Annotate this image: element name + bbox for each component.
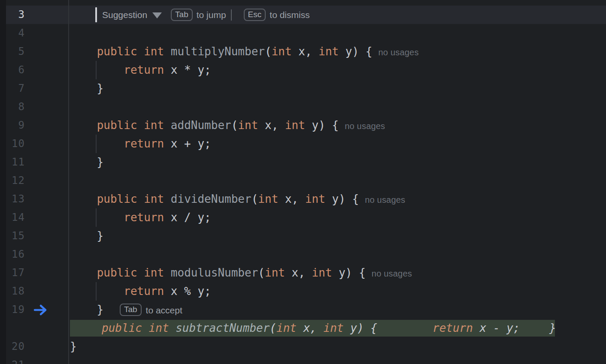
editor-code-area[interactable]: 3 Suggestion Tab to jump Esc to dismiss …: [0, 0, 606, 364]
code-line[interactable]: return x * y;: [69, 61, 606, 79]
code-token: [142, 322, 149, 334]
suggestion-bar: Suggestion Tab to jump Esc to dismiss: [69, 6, 606, 24]
editor-line-row[interactable]: 5 public int multiplyNumber(int x, int y…: [0, 42, 606, 61]
editor-line-row[interactable]: 14 return x / y;: [0, 208, 606, 227]
editor-line-row[interactable]: 7 }: [0, 79, 606, 98]
inline-suggestion-cell[interactable]: public int subtractNumber(int x, int y) …: [69, 319, 606, 337]
gutter-cell[interactable]: 15: [0, 227, 69, 245]
suggestion-label: Suggestion: [102, 10, 147, 20]
editor-line-row[interactable]: 20}: [0, 337, 606, 356]
editor-line-row[interactable]: 11 }: [0, 153, 606, 171]
code-token: [70, 193, 97, 205]
code-token: }: [70, 340, 77, 353]
code-token: [137, 119, 144, 132]
code-line[interactable]: [69, 356, 606, 364]
gutter-cell[interactable]: 20: [0, 337, 69, 356]
gutter-cell[interactable]: 8: [0, 98, 69, 116]
code-token: [164, 119, 171, 132]
gutter-cell[interactable]: 12: [0, 171, 69, 190]
editor-line-row[interactable]: 18 return x % y;: [0, 282, 606, 301]
usages-inlay-hint[interactable]: no usages: [365, 195, 405, 205]
usages-inlay-hint[interactable]: no usages: [378, 48, 418, 57]
code-token: addNumber: [171, 119, 231, 132]
accept-action-label: to accept: [146, 305, 182, 315]
gutter-cell[interactable]: 13: [0, 190, 69, 208]
code-token: public: [102, 322, 142, 334]
suggestion-code-segment: return x - y;: [433, 320, 520, 337]
code-line[interactable]: public int multiplyNumber(int x, int y) …: [69, 42, 606, 61]
editor-line-row[interactable]: 9 public int addNumber(int x, int y) {no…: [0, 116, 606, 135]
gutter-cell[interactable]: 18: [0, 282, 69, 301]
gutter-cell[interactable]: 4: [0, 24, 69, 42]
code-token: }: [70, 229, 103, 242]
code-token: return: [124, 137, 164, 150]
gutter-cell[interactable]: 16: [0, 245, 69, 264]
indent-guide: [96, 208, 97, 227]
dropdown-triangle-icon: [152, 12, 162, 18]
code-token: [70, 63, 124, 76]
code-token: multiplyNumber: [171, 45, 265, 58]
editor-line-row[interactable]: 21: [0, 356, 606, 364]
code-token: x,: [292, 45, 319, 58]
code-line[interactable]: return x + y;: [69, 135, 606, 153]
tab-key-badge: Tab: [120, 304, 142, 316]
editor-line-row[interactable]: 10 return x + y;: [0, 135, 606, 153]
inline-suggestion-preview[interactable]: public int subtractNumber(int x, int y) …: [70, 320, 555, 337]
code-line[interactable]: [69, 171, 606, 190]
suggestion-dropdown[interactable]: Suggestion: [102, 10, 162, 20]
editor-line-row[interactable]: 16: [0, 245, 606, 264]
code-token: [164, 266, 171, 279]
code-line[interactable]: }: [69, 227, 606, 245]
gutter-cell[interactable]: 7: [0, 79, 69, 98]
editor-line-row[interactable]: 15 }: [0, 227, 606, 245]
code-token: int: [149, 322, 169, 334]
gutter-cell[interactable]: 9: [0, 116, 69, 135]
code-token: x,: [285, 266, 312, 279]
code-token: return: [433, 322, 473, 334]
code-line[interactable]: }: [69, 79, 606, 98]
gutter-cell[interactable]: 10: [0, 135, 69, 153]
gutter-cell[interactable]: 6: [0, 61, 69, 79]
code-line[interactable]: [69, 24, 606, 42]
gutter-cell[interactable]: 19: [0, 301, 69, 319]
code-line[interactable]: public int addNumber(int x, int y) {no u…: [69, 116, 606, 135]
code-line[interactable]: }: [69, 337, 606, 356]
esc-action-label: to dismiss: [270, 6, 309, 24]
editor-line-row[interactable]: 19 } Tabto accept: [0, 301, 606, 319]
gutter-cell[interactable]: 11: [0, 153, 69, 171]
code-token: [70, 137, 124, 150]
editor-line-row[interactable]: 12: [0, 171, 606, 190]
editor-line-row[interactable]: 13 public int divideNumber(int x, int y)…: [0, 190, 606, 208]
usages-inlay-hint[interactable]: no usages: [372, 269, 412, 278]
code-token: int: [312, 266, 332, 279]
editor-line-row[interactable]: 4: [0, 24, 606, 42]
code-line[interactable]: return x % y;: [69, 282, 606, 301]
code-line[interactable]: } Tabto accept: [69, 301, 606, 319]
code-token: x + y;: [164, 137, 211, 150]
gutter-cell[interactable]: 3: [0, 6, 69, 24]
gutter-cell[interactable]: 21: [0, 356, 69, 364]
code-line[interactable]: public int divideNumber(int x, int y) {n…: [69, 190, 606, 208]
gutter-cell[interactable]: 14: [0, 208, 69, 227]
code-line[interactable]: public int modulusNumber(int x, int y) {…: [69, 264, 606, 282]
inline-suggestion-row[interactable]: public int subtractNumber(int x, int y) …: [0, 319, 606, 337]
code-token: int: [272, 45, 292, 58]
editor-line-row[interactable]: 6 return x * y;: [0, 61, 606, 79]
code-token: y) {: [332, 266, 366, 279]
gutter-cell[interactable]: 5: [0, 42, 69, 61]
gutter-cell[interactable]: 17: [0, 264, 69, 282]
code-token: [70, 45, 97, 58]
code-line[interactable]: return x / y;: [69, 208, 606, 227]
text-cursor: [95, 7, 97, 22]
editor-line-row[interactable]: 17 public int modulusNumber(int x, int y…: [0, 264, 606, 282]
code-line[interactable]: }: [69, 153, 606, 171]
code-token: public: [97, 45, 137, 58]
code-line[interactable]: [69, 245, 606, 264]
code-token: [137, 45, 144, 58]
gutter-cell[interactable]: [0, 319, 69, 337]
editor-line-row[interactable]: 8: [0, 98, 606, 116]
code-token: int: [285, 119, 305, 132]
suggestion-bar-row: 3 Suggestion Tab to jump Esc to dismiss: [0, 6, 606, 24]
code-line[interactable]: [69, 98, 606, 116]
usages-inlay-hint[interactable]: no usages: [345, 121, 385, 131]
